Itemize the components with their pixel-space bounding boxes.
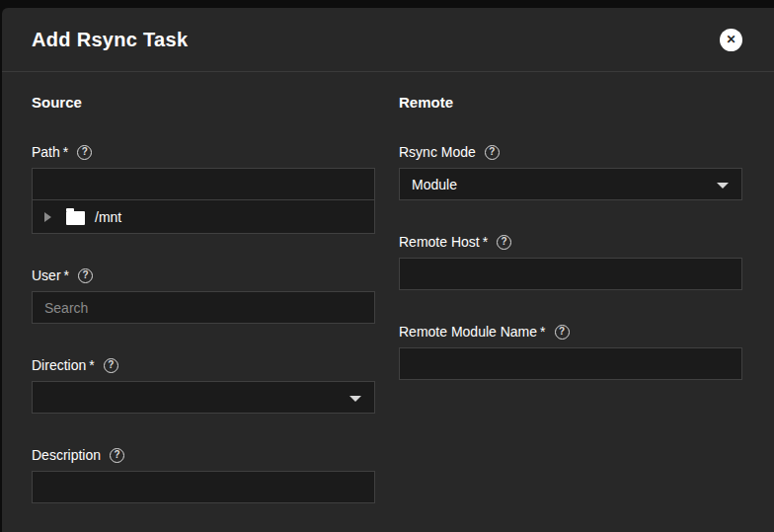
direction-select[interactable] xyxy=(32,381,375,414)
direction-field: Direction * ? xyxy=(32,357,375,414)
help-icon[interactable]: ? xyxy=(555,325,570,340)
path-input[interactable] xyxy=(32,168,375,200)
rsync-mode-label: Rsync Mode xyxy=(399,144,476,160)
path-label-row: Path * ? xyxy=(32,144,375,160)
dialog-title: Add Rsync Task xyxy=(32,29,188,51)
help-glyph: ? xyxy=(114,450,119,460)
remote-host-label: Remote Host xyxy=(399,234,480,250)
source-section: Source Path * ? /mnt User * ? xyxy=(32,94,375,503)
source-heading: Source xyxy=(32,94,375,111)
required-marker: * xyxy=(64,267,69,283)
tree-node-mnt[interactable]: /mnt xyxy=(32,200,375,234)
description-label-row: Description ? xyxy=(32,447,375,463)
help-icon[interactable]: ? xyxy=(497,235,511,250)
remote-module-name-label: Remote Module Name xyxy=(399,324,537,340)
help-icon[interactable]: ? xyxy=(77,145,92,160)
help-glyph: ? xyxy=(502,237,507,247)
help-glyph: ? xyxy=(82,270,88,280)
description-label: Description xyxy=(32,447,101,463)
remote-host-input[interactable] xyxy=(399,258,742,290)
remote-module-name-input[interactable] xyxy=(399,347,742,380)
path-field: Path * ? /mnt xyxy=(32,144,375,234)
required-marker: * xyxy=(89,357,94,373)
required-marker: * xyxy=(63,144,68,160)
required-marker: * xyxy=(540,324,545,340)
rsync-mode-select[interactable]: Module xyxy=(399,168,742,200)
folder-icon xyxy=(66,211,85,225)
remote-module-name-field: Remote Module Name * ? xyxy=(399,324,742,380)
help-glyph: ? xyxy=(108,360,114,370)
description-field: Description ? xyxy=(32,447,375,503)
help-icon[interactable]: ? xyxy=(110,448,124,463)
add-rsync-task-dialog: Add Rsync Task ✕ Source Path * ? /mnt xyxy=(2,8,774,532)
help-icon[interactable]: ? xyxy=(78,268,93,283)
rsync-mode-field: Rsync Mode ? Module xyxy=(399,144,742,200)
help-glyph: ? xyxy=(82,147,88,157)
tree-node-label: /mnt xyxy=(95,209,121,225)
description-input[interactable] xyxy=(32,471,375,503)
dialog-body: Source Path * ? /mnt User * ? xyxy=(2,72,774,503)
close-icon: ✕ xyxy=(726,34,735,45)
user-field: User * ? xyxy=(32,267,375,324)
user-label-row: User * ? xyxy=(32,267,375,283)
path-label: Path xyxy=(32,144,60,160)
expand-arrow-icon[interactable] xyxy=(44,212,51,222)
user-label: User xyxy=(32,267,61,283)
direction-label: Direction xyxy=(32,357,86,373)
help-glyph: ? xyxy=(489,147,495,157)
required-marker: * xyxy=(483,234,488,250)
remote-module-name-label-row: Remote Module Name * ? xyxy=(399,324,742,340)
remote-host-label-row: Remote Host * ? xyxy=(399,234,742,250)
rsync-mode-label-row: Rsync Mode ? xyxy=(399,144,742,160)
close-button[interactable]: ✕ xyxy=(720,29,742,51)
help-icon[interactable]: ? xyxy=(485,145,500,160)
remote-heading: Remote xyxy=(399,94,742,111)
rsync-mode-select-value: Module xyxy=(412,177,457,192)
chevron-down-icon xyxy=(349,396,361,402)
user-search-input[interactable] xyxy=(32,291,375,324)
remote-host-field: Remote Host * ? xyxy=(399,234,742,290)
help-icon[interactable]: ? xyxy=(104,358,118,373)
dialog-header: Add Rsync Task ✕ xyxy=(2,8,774,72)
remote-section: Remote Rsync Mode ? Module Remote Host *… xyxy=(399,94,742,503)
chevron-down-icon xyxy=(717,183,729,189)
help-glyph: ? xyxy=(559,327,565,337)
direction-label-row: Direction * ? xyxy=(32,357,375,373)
